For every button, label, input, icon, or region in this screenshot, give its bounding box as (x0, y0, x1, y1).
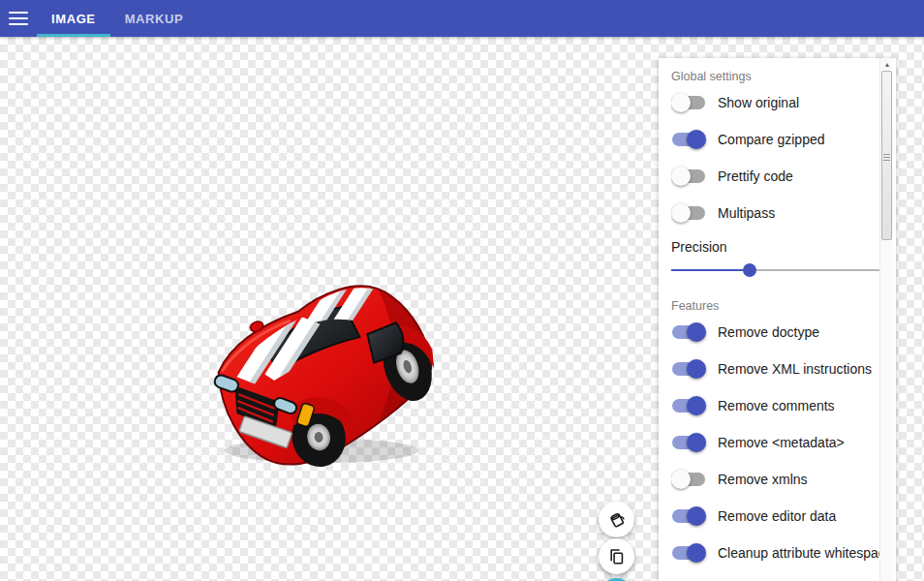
scrollbar-thumb[interactable] (881, 71, 892, 240)
hamburger-icon (9, 8, 28, 29)
precision-slider[interactable] (671, 260, 879, 280)
toggle-remove-xmlns[interactable] (671, 470, 706, 489)
setting-row-compare-gzipped: Compare gzipped (671, 121, 879, 158)
setting-label: Multipass (718, 205, 775, 221)
setting-row-prettify-code: Prettify code (671, 158, 879, 195)
setting-label: Remove xmlns (718, 472, 808, 487)
tab-markup[interactable]: MARKUP (110, 0, 199, 37)
slider-knob[interactable] (743, 263, 756, 277)
setting-row-cleanup-attribute-whitespace: Cleanup attribute whitespace (671, 535, 879, 571)
slider-fill (671, 269, 750, 271)
setting-row-remove-xml-instructions: Remove XML instructions (671, 351, 879, 387)
toggle-thumb (687, 396, 706, 415)
toggle-remove-doctype[interactable] (671, 322, 706, 342)
slider-label: Precision (671, 239, 879, 257)
setting-row-multipass: Multipass (671, 195, 879, 231)
section-title-features: Features (671, 298, 879, 314)
setting-row-remove-doctype: Remove doctype (671, 314, 879, 351)
toggle-thumb (671, 470, 691, 489)
settings-scrollbar[interactable]: ▲ (879, 58, 893, 581)
setting-label: Cleanup attribute whitespace (718, 545, 879, 561)
tab-image-label: IMAGE (51, 12, 96, 26)
setting-row-remove-metadata: Remove <metadata> (671, 424, 879, 461)
setting-label: Show original (718, 95, 799, 110)
paint-bucket-icon (607, 510, 627, 530)
section-title-global-settings: Global settings (671, 69, 879, 84)
toggle-remove-metadata[interactable] (671, 433, 706, 452)
toggle-remove-editor-data[interactable] (671, 506, 706, 526)
toggle-compare-gzipped[interactable] (671, 130, 706, 149)
setting-label: Remove doctype (718, 324, 819, 340)
toggle-thumb (687, 543, 706, 563)
preview-image (206, 279, 441, 470)
precision-setting: Precision (671, 239, 879, 280)
setting-row-show-original: Show original (671, 84, 879, 121)
toggle-remove-xml-instructions[interactable] (671, 359, 706, 379)
toggle-thumb (671, 93, 691, 112)
toggle-thumb (687, 506, 706, 526)
svgomg-app: IMAGE MARKUP Global settings Show origin… (0, 0, 924, 581)
tab-image[interactable]: IMAGE (37, 0, 110, 37)
setting-label: Prettify code (718, 168, 793, 184)
copy-as-text-fab[interactable] (599, 538, 634, 574)
toggle-thumb (687, 433, 706, 452)
car-illustration (206, 279, 441, 470)
setting-label: Compare gzipped (718, 132, 825, 147)
top-app-bar: IMAGE MARKUP (0, 0, 924, 37)
scrollbar-up-arrow[interactable]: ▲ (880, 58, 894, 71)
toggle-thumb (687, 130, 706, 149)
setting-row-remove-comments: Remove comments (671, 387, 879, 424)
background-picker-fab[interactable] (599, 502, 634, 537)
setting-label: Remove editor data (718, 508, 836, 524)
menu-button[interactable] (0, 0, 37, 37)
toggle-multipass[interactable] (671, 203, 706, 223)
toggle-show-original[interactable] (671, 93, 706, 112)
scrollbar-grip (882, 152, 891, 163)
settings-panel: Global settings Show original Compare gz… (659, 58, 896, 581)
toggle-thumb (687, 359, 706, 379)
tab-markup-label: MARKUP (125, 12, 184, 26)
settings-list: Global settings Show original Compare gz… (671, 58, 879, 581)
setting-label: Remove <metadata> (718, 435, 845, 450)
toggle-thumb (687, 322, 706, 342)
setting-label: Remove comments (718, 398, 835, 413)
toggle-prettify-code[interactable] (671, 167, 706, 186)
setting-row-remove-editor-data: Remove editor data (671, 498, 879, 535)
toggle-remove-comments[interactable] (671, 396, 706, 415)
toggle-cleanup-attribute-whitespace[interactable] (671, 543, 706, 563)
toggle-thumb (671, 167, 691, 186)
setting-label: Remove XML instructions (718, 361, 872, 377)
setting-row-remove-xmlns: Remove xmlns (671, 461, 879, 498)
copy-icon (607, 547, 627, 566)
toggle-thumb (671, 203, 691, 223)
